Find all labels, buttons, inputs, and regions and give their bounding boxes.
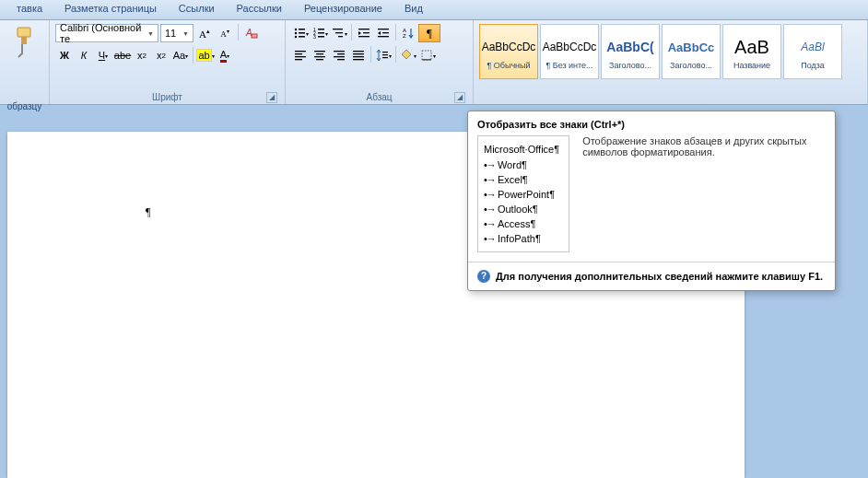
style-gallery-item[interactable]: AaBbCcЗаголово... [662, 24, 721, 79]
style-gallery-item[interactable]: AaBНазвание [722, 24, 781, 79]
svg-rect-33 [314, 56, 325, 57]
svg-rect-21 [358, 36, 369, 37]
svg-rect-18 [338, 36, 343, 37]
ribbon-tabs: тавка Разметка страницы Ссылки Рассылки … [0, 0, 868, 20]
increase-indent-button[interactable] [374, 24, 393, 42]
font-name-value: Calibri (Основной те [60, 22, 147, 44]
style-name: Заголово... [603, 61, 658, 70]
svg-rect-46 [422, 51, 431, 60]
paragraph-group-label: Абзац ◢ [291, 90, 467, 104]
justify-button[interactable] [349, 46, 368, 64]
style-preview: AaBbCc [668, 33, 715, 61]
tooltip-list-item: Word¶ [484, 157, 559, 172]
tooltip-example: Microsoft·Office¶ Word¶Excel¶PowerPoint¶… [477, 135, 569, 252]
dropdown-arrow-icon: ▼ [182, 30, 189, 37]
svg-rect-23 [382, 32, 389, 33]
style-name: ¶ Без инте... [542, 61, 597, 70]
svg-text:Z: Z [403, 33, 406, 39]
underline-button[interactable]: Ч▾ [94, 46, 112, 64]
style-name: Подза [785, 61, 840, 70]
svg-rect-39 [353, 51, 364, 52]
style-preview: AaBbCcDc [482, 33, 536, 61]
tooltip-list-item: InfoPath¶ [484, 231, 559, 246]
paragraph-dialog-launcher[interactable]: ◢ [454, 92, 465, 103]
tab-mailings[interactable]: Рассылки [226, 0, 293, 19]
separator [193, 47, 194, 64]
style-gallery-item[interactable]: AaBbCcDc¶ Обычный [479, 24, 538, 79]
sort-button[interactable]: AZ [399, 24, 417, 42]
svg-rect-38 [337, 59, 345, 60]
tab-references[interactable]: Ссылки [168, 0, 226, 19]
svg-rect-35 [334, 51, 345, 52]
group-clipboard: образцу [0, 20, 50, 104]
svg-rect-34 [316, 59, 323, 60]
ribbon: образцу Calibri (Основной те ▼ 11 ▼ A▴ A… [0, 20, 868, 105]
group-font: Calibri (Основной те ▼ 11 ▼ A▴ A▾ A Ж К … [50, 20, 286, 104]
tooltip-footer-text: Для получения дополнительных сведений на… [496, 271, 823, 282]
tooltip-list-item: PowerPoint¶ [484, 187, 559, 202]
format-painter-icon[interactable] [10, 26, 40, 61]
svg-rect-31 [314, 51, 325, 52]
svg-rect-40 [353, 53, 364, 54]
tooltip-show-hide: Отобразить все знаки (Ctrl+*) Microsoft·… [467, 111, 836, 291]
highlight-button[interactable]: ab▾ [196, 46, 215, 64]
tab-view[interactable]: Вид [393, 0, 434, 19]
subscript-button[interactable]: x2 [133, 46, 151, 64]
show-hide-paragraph-button[interactable]: ¶ [418, 24, 440, 42]
svg-rect-19 [358, 29, 369, 29]
svg-point-8 [294, 36, 296, 38]
bullets-button[interactable]: ▾ [291, 24, 310, 42]
tab-page-layout[interactable]: Разметка страницы [53, 0, 168, 19]
svg-point-6 [294, 32, 296, 34]
borders-button[interactable]: ▾ [418, 46, 437, 64]
font-group-label: Шрифт ◢ [55, 90, 279, 104]
separator [351, 24, 352, 41]
svg-rect-32 [316, 53, 323, 54]
separator [395, 24, 396, 41]
grow-font-button[interactable]: A▴ [195, 24, 214, 42]
decrease-indent-button[interactable] [355, 24, 373, 42]
multilevel-list-button[interactable]: ▾ [330, 24, 348, 42]
style-gallery-item[interactable]: AaBbCcDc¶ Без инте... [540, 24, 599, 79]
font-dialog-launcher[interactable]: ◢ [266, 92, 277, 103]
align-left-button[interactable] [291, 46, 310, 64]
change-case-button[interactable]: Aa▾ [171, 46, 190, 64]
bold-button[interactable]: Ж [55, 46, 74, 64]
svg-rect-16 [333, 29, 343, 29]
superscript-button[interactable]: x2 [152, 46, 170, 64]
tab-review[interactable]: Рецензирование [293, 0, 393, 19]
style-gallery-item[interactable]: AaBlПодза [783, 24, 842, 79]
svg-rect-22 [378, 29, 389, 29]
style-preview: AaBbC( [606, 33, 653, 61]
style-preview: AaBl [801, 33, 824, 61]
italic-button[interactable]: К [75, 46, 93, 64]
svg-rect-36 [337, 53, 345, 54]
svg-rect-20 [363, 32, 369, 33]
shading-button[interactable]: ▾ [399, 46, 417, 64]
dropdown-arrow-icon: ▼ [147, 30, 154, 37]
font-color-button[interactable]: A▾ [216, 46, 234, 64]
svg-rect-30 [295, 59, 302, 60]
svg-rect-44 [382, 54, 388, 55]
font-size-combo[interactable]: 11 ▼ [160, 24, 194, 42]
tooltip-list-item: Outlook¶ [484, 202, 559, 216]
tab-insert[interactable]: тавка [6, 0, 53, 19]
svg-rect-37 [334, 56, 345, 57]
strikethrough-button[interactable]: abe [113, 46, 132, 64]
style-preview: AaB [734, 33, 769, 61]
svg-rect-24 [378, 36, 389, 37]
separator [395, 46, 396, 63]
shrink-font-button[interactable]: A▾ [216, 24, 234, 42]
clear-formatting-button[interactable]: A [242, 24, 261, 42]
style-name: ¶ Обычный [481, 61, 536, 70]
align-right-button[interactable] [330, 46, 348, 64]
numbering-button[interactable]: 123▾ [311, 24, 329, 42]
svg-rect-9 [299, 36, 305, 38]
align-center-button[interactable] [311, 46, 329, 64]
font-name-combo[interactable]: Calibri (Основной те ▼ [55, 24, 158, 42]
style-gallery-item[interactable]: AaBbC(Заголово... [601, 24, 660, 79]
line-spacing-button[interactable]: ▾ [374, 46, 393, 64]
svg-rect-28 [295, 53, 302, 54]
svg-rect-15 [318, 36, 324, 38]
clipboard-label: образцу [6, 101, 43, 111]
